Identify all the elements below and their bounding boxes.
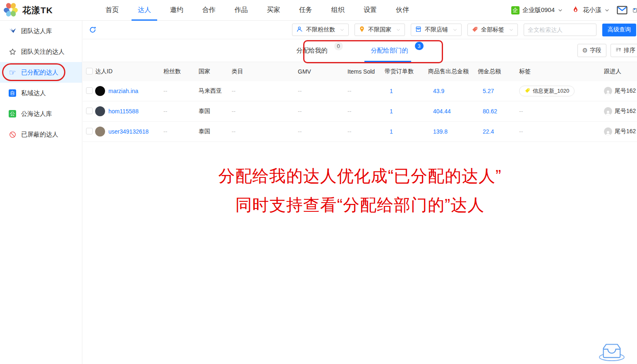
tag-value: -- bbox=[519, 128, 604, 135]
country-value: 马来西亚 bbox=[199, 87, 232, 95]
orders-link[interactable]: 1 bbox=[385, 108, 428, 115]
follower-name: 尾号162 bbox=[615, 128, 636, 135]
clipped-edge-icon[interactable] bbox=[633, 5, 637, 16]
advanced-search-button[interactable]: 高级查询 bbox=[602, 24, 636, 36]
chevron-down-icon[interactable] bbox=[604, 7, 610, 13]
creator-id-link[interactable]: marziah.ina bbox=[108, 88, 138, 94]
sales-link[interactable]: 404.44 bbox=[428, 108, 478, 115]
search-input[interactable] bbox=[524, 26, 606, 33]
tab-assigned-to-dept[interactable]: 分配给部门的 3 bbox=[369, 39, 425, 62]
creator-avatar bbox=[95, 127, 105, 136]
table-row: user349132618 -- 泰国 -- -- -- 1 139.8 22.… bbox=[83, 122, 637, 142]
creator-id-link[interactable]: hom115588 bbox=[108, 108, 139, 115]
country-value: 泰国 bbox=[199, 108, 232, 115]
sidebar-item-label: 公海达人库 bbox=[21, 110, 52, 118]
mail-icon[interactable] bbox=[617, 6, 627, 14]
col-header-country: 国家 bbox=[199, 68, 232, 75]
sort-button[interactable]: 排序 bbox=[611, 44, 637, 57]
top-navbar: 花漾TK 首页 达人 邀约 合作 作品 买家 任务 组织 设置 伙伴 企 企业版… bbox=[0, 0, 637, 21]
country-filter-dropdown[interactable]: 不限国家 bbox=[354, 24, 405, 36]
col-header-category: 类目 bbox=[232, 68, 298, 75]
select-all-checkbox[interactable] bbox=[86, 68, 93, 74]
commission-link[interactable]: 80.62 bbox=[478, 108, 519, 115]
follower-cell: 尾号162 bbox=[604, 107, 637, 115]
orders-link[interactable]: 1 bbox=[385, 88, 428, 94]
table-header: 达人ID 粉丝数 国家 类目 GMV Items Sold 带货订单数 商品售出… bbox=[83, 62, 637, 81]
main-content: 不限粉丝数 不限国家 bbox=[83, 21, 637, 364]
items-sold-value: -- bbox=[347, 88, 385, 94]
follower-avatar bbox=[604, 127, 612, 136]
gmv-value: -- bbox=[298, 108, 347, 115]
flame-icon bbox=[571, 5, 580, 15]
nav-item-creators[interactable]: 达人 bbox=[128, 0, 160, 21]
sales-link[interactable]: 43.9 bbox=[428, 88, 478, 94]
tag-icon bbox=[472, 26, 478, 34]
chevron-down-icon bbox=[396, 27, 401, 32]
nav-item-settings[interactable]: 设置 bbox=[354, 0, 386, 21]
sidebar-item-private[interactable]: 自 私域达人 bbox=[0, 83, 82, 103]
logo[interactable]: 花漾TK bbox=[0, 2, 81, 19]
category-value: -- bbox=[232, 88, 298, 94]
follower-cell: 尾号162 bbox=[604, 87, 637, 95]
row-checkbox[interactable] bbox=[86, 87, 93, 94]
sales-link[interactable]: 139.8 bbox=[428, 128, 478, 135]
commission-link[interactable]: 5.27 bbox=[478, 88, 519, 94]
chevron-down-icon[interactable] bbox=[558, 7, 563, 13]
col-header-fans: 粉丝数 bbox=[163, 68, 199, 75]
search-box bbox=[524, 24, 596, 36]
star-icon bbox=[8, 48, 17, 56]
country-filter-value: 不限国家 bbox=[368, 26, 391, 34]
count-badge: 3 bbox=[415, 42, 424, 50]
annotation-text-line2: 同时支持查看“分配给部门的”达人 bbox=[83, 194, 637, 216]
sidebar-item-team-pool[interactable]: 团队达人库 bbox=[0, 21, 82, 41]
tab-label: 分配给部门的 bbox=[371, 47, 408, 55]
user-name[interactable]: 花小漾 bbox=[583, 6, 601, 14]
sidebar-item-label: 私域达人 bbox=[21, 89, 46, 97]
follower-name: 尾号162 bbox=[615, 87, 636, 95]
count-badge: 0 bbox=[334, 42, 343, 50]
row-checkbox[interactable] bbox=[86, 108, 93, 114]
row-checkbox[interactable] bbox=[86, 128, 93, 134]
filter-group: 不限粉丝数 不限国家 bbox=[292, 24, 637, 36]
sidebar-item-assigned[interactable]: ☞ 已分配的达人 bbox=[0, 62, 82, 83]
fans-value: -- bbox=[163, 128, 199, 135]
tags-filter-dropdown[interactable]: 全部标签 bbox=[467, 24, 518, 36]
inbox-tray-icon[interactable] bbox=[597, 338, 626, 363]
nav-item-works[interactable]: 作品 bbox=[225, 0, 257, 21]
items-sold-value: -- bbox=[347, 128, 385, 135]
filter-bar: 不限粉丝数 不限国家 bbox=[83, 21, 637, 39]
tag-pill[interactable]: 信息更新_1020 bbox=[519, 86, 575, 96]
fields-button[interactable]: ⚙ 字段 bbox=[577, 44, 606, 57]
nav-item-cooperation[interactable]: 合作 bbox=[193, 0, 225, 21]
public-pool-badge-icon: 公 bbox=[8, 110, 17, 118]
creator-id-link[interactable]: user349132618 bbox=[108, 128, 148, 135]
plan-name[interactable]: 企业版0904 bbox=[522, 6, 555, 14]
nav-item-organization[interactable]: 组织 bbox=[322, 0, 354, 21]
table-actions: ⚙ 字段 排序 bbox=[577, 44, 637, 57]
col-header-sales-total: 商品售出总金额 bbox=[428, 68, 478, 75]
sort-icon bbox=[615, 47, 622, 54]
nav-item-partners[interactable]: 伙伴 bbox=[386, 0, 419, 21]
block-icon bbox=[8, 130, 17, 139]
nav-item-tasks[interactable]: 任务 bbox=[290, 0, 322, 21]
orders-link[interactable]: 1 bbox=[385, 128, 428, 135]
nav-item-invites[interactable]: 邀约 bbox=[160, 0, 193, 21]
shop-icon bbox=[415, 26, 422, 34]
nav-item-buyers[interactable]: 买家 bbox=[257, 0, 290, 21]
tab-assigned-to-me[interactable]: 分配给我的 0 bbox=[295, 39, 345, 62]
gear-icon: ⚙ bbox=[582, 47, 588, 54]
fans-filter-dropdown[interactable]: 不限粉丝数 bbox=[292, 24, 349, 36]
sidebar-item-team-followed[interactable]: 团队关注的达人 bbox=[0, 41, 82, 62]
sidebar: 团队达人库 团队关注的达人 ☞ 已分配的达人 自 私域达人 公 公海达人库 bbox=[0, 21, 82, 364]
shop-filter-dropdown[interactable]: 不限店铺 bbox=[411, 24, 462, 36]
refresh-icon[interactable] bbox=[88, 25, 98, 35]
sidebar-item-blocked[interactable]: 已屏蔽的达人 bbox=[0, 124, 82, 145]
fans-filter-value: 不限粉丝数 bbox=[306, 26, 335, 34]
commission-link[interactable]: 22.4 bbox=[478, 128, 519, 135]
sidebar-item-public-pool[interactable]: 公 公海达人库 bbox=[0, 103, 82, 124]
col-header-tags: 标签 bbox=[519, 68, 604, 75]
gmv-value: -- bbox=[298, 128, 347, 135]
nav-item-home[interactable]: 首页 bbox=[96, 0, 128, 21]
follower-cell: 尾号162 bbox=[604, 127, 637, 136]
items-sold-value: -- bbox=[347, 108, 385, 115]
